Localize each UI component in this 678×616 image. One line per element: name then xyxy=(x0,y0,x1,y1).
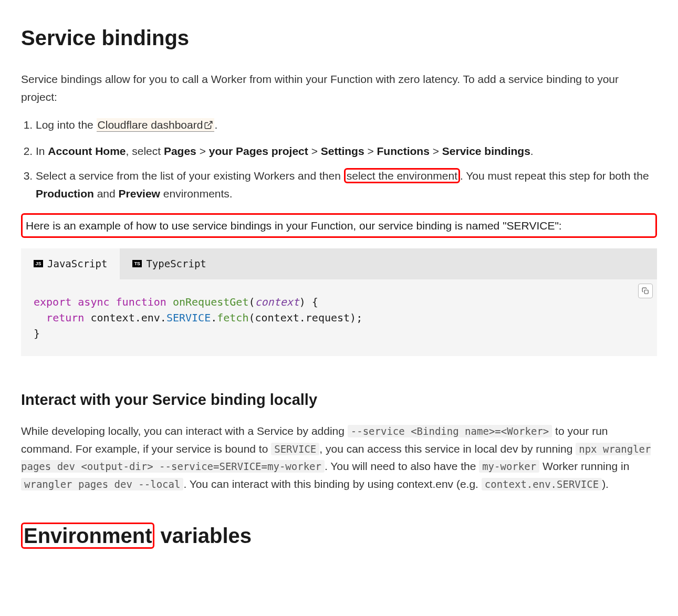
ts-icon: TS xyxy=(132,260,142,267)
page-title: Service bindings xyxy=(21,21,657,55)
code-block: export async function onRequestGet(conte… xyxy=(21,279,657,356)
external-link-icon xyxy=(204,117,213,135)
code-context-env: context.env.SERVICE xyxy=(482,478,602,490)
steps-list: Log into the Cloudflare dashboard. In Ac… xyxy=(21,116,657,202)
code-my-worker: my-worker xyxy=(479,460,539,473)
highlight-example-intro: Here is an example of how to use service… xyxy=(21,213,657,238)
step-2: In Account Home, select Pages > your Pag… xyxy=(36,142,657,160)
code-tabs: JS JavaScript TS TypeScript xyxy=(21,248,657,279)
intro-text: Service bindings allow for you to call a… xyxy=(21,70,657,106)
subheading-environment-variables: Environment variables xyxy=(21,519,657,552)
copy-icon xyxy=(642,287,649,295)
step-3: Select a service from the list of your e… xyxy=(36,167,657,202)
js-icon: JS xyxy=(34,260,43,267)
svg-line-0 xyxy=(208,121,212,126)
cloudflare-dashboard-link[interactable]: Cloudflare dashboard xyxy=(97,118,215,132)
code-wrangler-local: wrangler pages dev --local xyxy=(21,478,183,490)
svg-rect-1 xyxy=(644,290,648,294)
code-service-name: SERVICE xyxy=(271,443,319,455)
copy-button[interactable] xyxy=(638,284,653,298)
tab-typescript[interactable]: TS TypeScript xyxy=(120,248,218,279)
step-1: Log into the Cloudflare dashboard. xyxy=(36,116,657,135)
highlight-environment: Environment xyxy=(21,523,154,549)
local-dev-paragraph: While developing locally, you can intera… xyxy=(21,422,657,493)
subheading-interact-locally: Interact with your Service binding local… xyxy=(21,388,657,412)
code-service-flag: --service <Binding name>=<Worker> xyxy=(348,425,552,437)
highlight-select-environment: select the environment xyxy=(344,168,460,183)
tab-javascript[interactable]: JS JavaScript xyxy=(21,248,120,279)
